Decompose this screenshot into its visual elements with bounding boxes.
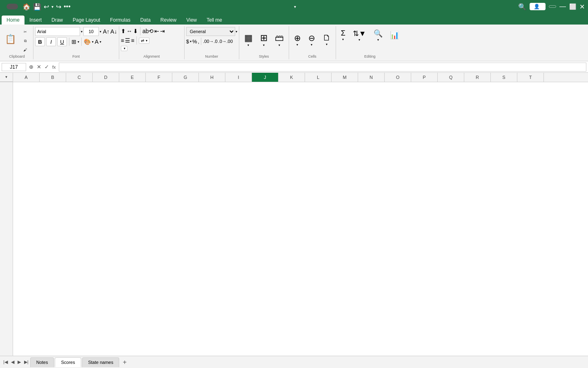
autosave-switch[interactable] xyxy=(7,4,18,9)
fill-color-dropdown-icon[interactable]: ▾ xyxy=(92,40,94,44)
sheet-tab-state-names[interactable]: State names xyxy=(82,357,120,367)
accounting-dropdown-icon[interactable]: ▾ xyxy=(190,40,192,43)
tab-formulas[interactable]: Formulas xyxy=(105,16,135,25)
sheet-nav-prev[interactable]: ◀ xyxy=(9,359,16,366)
col-header-L[interactable]: L xyxy=(305,73,332,82)
col-header-H[interactable]: H xyxy=(199,73,225,82)
col-header-C[interactable]: C xyxy=(66,73,93,82)
font-color-dropdown-icon[interactable]: ▾ xyxy=(100,40,101,44)
undo-dropdown-icon[interactable]: ▾ xyxy=(51,4,53,9)
accounting-format-icon[interactable]: $ xyxy=(186,38,189,45)
border-button[interactable]: ⊞ xyxy=(71,38,76,45)
cut-button[interactable]: ✂ xyxy=(20,28,31,36)
border-dropdown-icon[interactable]: ▾ xyxy=(78,40,79,44)
tab-tell-me[interactable]: Tell me xyxy=(202,16,227,25)
more-commands-icon[interactable]: ••• xyxy=(64,3,71,10)
percent-style-icon[interactable]: % xyxy=(192,38,197,45)
tab-home[interactable]: Home xyxy=(2,16,24,25)
sheet-nav-next[interactable]: ▶ xyxy=(16,359,22,366)
save-icon[interactable]: 💾 xyxy=(33,3,41,11)
col-header-O[interactable]: O xyxy=(385,73,411,82)
decrease-font-icon[interactable]: A↓ xyxy=(110,28,117,35)
minimize-icon[interactable]: — xyxy=(559,3,566,10)
redo-icon[interactable]: ↪ xyxy=(56,3,61,11)
tab-data[interactable]: Data xyxy=(135,16,155,25)
autosum-button[interactable]: Σ ▾ xyxy=(338,27,349,43)
align-left-icon[interactable]: ≡ xyxy=(121,37,124,44)
share-button[interactable]: 👤 xyxy=(530,3,546,10)
col-header-A[interactable]: A xyxy=(13,73,40,82)
indent-increase-icon[interactable]: ⇥ xyxy=(160,28,165,34)
close-icon[interactable]: ✕ xyxy=(579,3,585,11)
decrease-decimal-icon[interactable]: .00→.0 xyxy=(203,39,217,44)
align-bottom-icon[interactable]: ⬇ xyxy=(133,28,138,34)
add-sheet-button[interactable]: + xyxy=(120,358,129,367)
home-icon[interactable]: 🏠 xyxy=(22,3,31,11)
font-name-dropdown-icon[interactable]: ▾ xyxy=(81,30,82,34)
format-as-table-button[interactable]: ⊞ ▾ xyxy=(257,27,271,52)
font-color-button[interactable]: A xyxy=(95,38,98,45)
wrap-text-button[interactable]: ⇌ ▾ xyxy=(139,38,149,44)
col-header-M[interactable]: M xyxy=(332,73,358,82)
col-header-K[interactable]: K xyxy=(278,73,305,82)
delete-cells-button[interactable]: ⊖ ▾ xyxy=(305,27,318,52)
col-header-R[interactable]: R xyxy=(464,73,491,82)
expand-formula-icon[interactable]: ⊕ xyxy=(28,64,35,70)
find-select-dropdown[interactable]: ▾ xyxy=(377,38,379,42)
sort-filter-button[interactable]: ⇅▼ ▾ xyxy=(350,27,370,43)
font-size-input[interactable] xyxy=(83,27,99,36)
col-header-F[interactable]: F xyxy=(146,73,172,82)
col-header-I[interactable]: I xyxy=(225,73,252,82)
formula-input[interactable] xyxy=(59,63,586,72)
analyze-data-button[interactable]: 📊 xyxy=(387,27,402,43)
cell-styles-button[interactable]: 🗃 ▾ xyxy=(272,27,287,52)
autosum-dropdown[interactable]: ▾ xyxy=(342,38,344,41)
tab-view[interactable]: View xyxy=(181,16,202,25)
align-right-icon[interactable]: ≡ xyxy=(131,37,134,44)
tab-page-layout[interactable]: Page Layout xyxy=(68,16,105,25)
bold-button[interactable]: B xyxy=(35,37,45,46)
insert-cells-dropdown[interactable]: ▾ xyxy=(296,43,298,47)
find-select-button[interactable]: 🔍 ▾ xyxy=(370,27,386,43)
number-format-dropdown[interactable]: ▾ xyxy=(236,30,237,34)
cell-reference-box[interactable] xyxy=(2,63,26,71)
tab-insert[interactable]: Insert xyxy=(24,16,47,25)
insert-function-icon[interactable]: fx xyxy=(51,65,57,70)
delete-cells-dropdown[interactable]: ▾ xyxy=(311,43,312,47)
sheet-nav-first[interactable]: |◀ xyxy=(2,359,9,366)
col-header-N[interactable]: N xyxy=(358,73,385,82)
title-dropdown-icon[interactable]: ▾ xyxy=(294,4,296,9)
sheet-nav-last[interactable]: ▶| xyxy=(22,359,30,366)
format-cells-dropdown[interactable]: ▾ xyxy=(326,43,327,46)
format-as-table-dropdown[interactable]: ▾ xyxy=(263,43,265,47)
confirm-formula-icon[interactable]: ✓ xyxy=(43,64,50,70)
copy-button[interactable]: ⧉ xyxy=(20,37,31,45)
increase-font-icon[interactable]: A↑ xyxy=(103,28,109,35)
wrap-text-dropdown[interactable]: ▾ xyxy=(146,39,147,43)
cell-styles-dropdown[interactable]: ▾ xyxy=(278,43,280,47)
col-header-T[interactable]: T xyxy=(517,73,544,82)
paste-button[interactable]: 📋 xyxy=(2,27,18,52)
increase-decimal-icon[interactable]: .0→.00 xyxy=(218,39,233,44)
undo-icon[interactable]: ↩ xyxy=(44,3,49,11)
align-center-icon[interactable]: ☰ xyxy=(125,37,130,44)
number-format-select[interactable]: General Number Currency Date xyxy=(186,27,235,36)
format-painter-button[interactable]: 🖌 xyxy=(20,46,31,54)
sheet-tab-scores[interactable]: Scores xyxy=(55,357,81,367)
conditional-formatting-button[interactable]: ▦ ▾ xyxy=(241,27,256,52)
autosave-toggle[interactable] xyxy=(3,4,18,9)
tab-draw[interactable]: Draw xyxy=(47,16,68,25)
comments-button[interactable] xyxy=(549,5,556,8)
italic-button[interactable]: I xyxy=(46,37,56,46)
sheet-tab-notes[interactable]: Notes xyxy=(30,357,54,367)
insert-cells-button[interactable]: ⊕ ▾ xyxy=(291,27,304,52)
title-search-icon[interactable]: 🔍 xyxy=(518,3,526,11)
comma-style-icon[interactable]: , xyxy=(198,38,199,45)
conditional-formatting-dropdown[interactable]: ▾ xyxy=(247,43,249,47)
font-name-input[interactable] xyxy=(35,27,80,36)
text-direction-icon[interactable]: ab⟲ xyxy=(143,28,154,34)
col-header-S[interactable]: S xyxy=(491,73,517,82)
indent-decrease-icon[interactable]: ⇤ xyxy=(154,28,159,34)
col-header-G[interactable]: G xyxy=(172,73,199,82)
col-header-E[interactable]: E xyxy=(119,73,146,82)
